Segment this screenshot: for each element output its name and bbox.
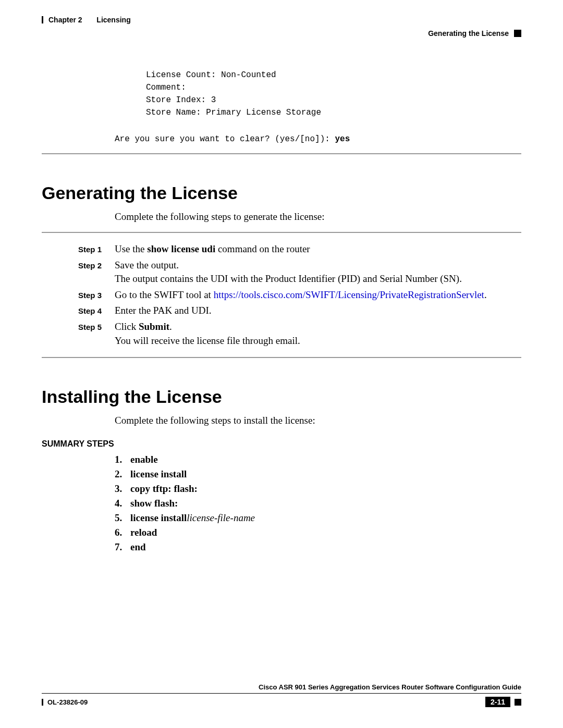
- step-row: Step 2 Save the output. The output conta…: [78, 258, 521, 286]
- summary-steps-list: 1.enable 2.license install 3.copy tftp: …: [115, 454, 521, 553]
- swift-link[interactable]: https://tools.cisco.com/SWIFT/Licensing/…: [214, 289, 484, 300]
- footer-right: 2-11: [485, 697, 521, 707]
- list-item: 3.copy tftp: flash:: [115, 483, 521, 495]
- header-bar-icon: [42, 16, 43, 23]
- header-box-icon: [514, 30, 521, 37]
- step-text: Use the show license udi command on the …: [115, 242, 310, 256]
- list-item: 4.show flash:: [115, 498, 521, 509]
- step-text: Save the output. The output contains the…: [115, 258, 462, 286]
- step-row: Step 3 Go to the SWIFT tool at https://t…: [78, 288, 521, 302]
- list-item: 1.enable: [115, 454, 521, 465]
- step-text: Go to the SWIFT tool at https://tools.ci…: [115, 288, 487, 302]
- divider: [42, 153, 521, 154]
- chapter-label: Chapter 2: [48, 16, 82, 24]
- terminal-output: License Count: Non-Counted Comment: Stor…: [146, 69, 521, 119]
- steps-list: Step 1 Use the show license udi command …: [78, 242, 521, 348]
- footer-box-icon: [515, 699, 521, 706]
- list-item: 6.reload: [115, 527, 521, 538]
- section-heading-generating: Generating the License: [42, 183, 521, 203]
- section1-intro: Complete the following steps to generate…: [115, 211, 521, 223]
- step-row: Step 4 Enter the PAK and UDI.: [78, 304, 521, 318]
- header-left: Chapter 2 Licensing: [42, 16, 521, 24]
- section-title: Generating the License: [428, 29, 509, 38]
- chapter-title: Licensing: [96, 16, 130, 24]
- step-text: Enter the PAK and UDI.: [115, 304, 212, 318]
- summary-steps-label: SUMMARY STEPS: [42, 439, 521, 449]
- step-text: Click Submit. You will receive the licen…: [115, 320, 300, 348]
- footer-guide-title: Cisco ASR 901 Series Aggregation Service…: [42, 683, 521, 691]
- page-footer: Cisco ASR 901 Series Aggregation Service…: [42, 683, 521, 707]
- section-heading-installing: Installing the License: [42, 387, 521, 407]
- list-item: 5.license install license-file-name: [115, 512, 521, 524]
- terminal-prompt: Are you sure you want to clear? (yes/[no…: [115, 134, 521, 144]
- step-row: Step 5 Click Submit. You will receive th…: [78, 320, 521, 348]
- step-row: Step 1 Use the show license udi command …: [78, 242, 521, 256]
- footer-bar-icon: [42, 699, 43, 706]
- divider: [42, 232, 521, 233]
- page-number: 2-11: [485, 697, 510, 707]
- section2-intro: Complete the following steps to install …: [115, 415, 521, 426]
- footer-rule: [42, 693, 521, 694]
- list-item: 2.license install: [115, 468, 521, 480]
- page-header: Chapter 2 Licensing Generating the Licen…: [42, 16, 521, 38]
- list-item: 7.end: [115, 541, 521, 553]
- footer-left: OL-23826-09: [42, 698, 88, 706]
- divider: [42, 357, 521, 358]
- doc-id: OL-23826-09: [47, 698, 88, 706]
- header-right: Generating the License: [42, 29, 521, 38]
